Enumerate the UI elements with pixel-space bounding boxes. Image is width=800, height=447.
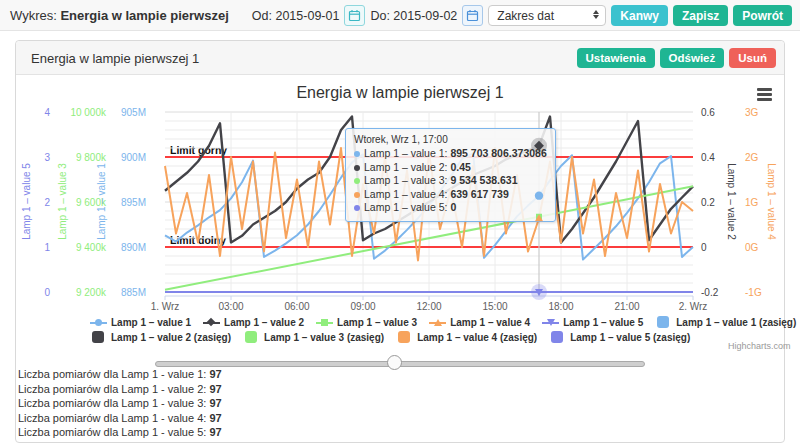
chart-legend-row-2: Lamp 1 – value 2 (zasięg)Lamp 1 – value … [90, 332, 690, 343]
legend-item[interactable]: Lamp 1 – value 2 [203, 317, 304, 328]
series-color-dot [354, 205, 360, 211]
zoom-slider [155, 355, 643, 371]
measurement-count-line: Liczba pomiarów dla Lamp 1 - value 3: 97 [18, 397, 222, 410]
chart-legend-row-1: Lamp 1 – value 1Lamp 1 – value 2Lamp 1 –… [90, 317, 796, 328]
square-legend-marker [549, 332, 566, 343]
series-color-dot [354, 178, 360, 184]
chart-tooltip: Wtorek, Wrz 1, 17:00 Lamp 1 – value 1: 8… [345, 128, 556, 222]
tooltip-row: Lamp 1 – value 5: 0 [354, 201, 547, 215]
axis-v4-tick: 0G [745, 242, 758, 253]
measurement-count-line: Liczba pomiarów dla Lamp 1 - value 1: 97 [18, 368, 222, 381]
axis-v3-title: Lamp 1 – value 3 [57, 147, 68, 257]
axis-v1-tick: 885M [86, 287, 146, 298]
calendar-icon [466, 9, 479, 22]
top-toolbar: Wykres: Energia w lampie pierwszej Od: 2… [0, 0, 800, 31]
plotline-label-upper: Limit górny [170, 144, 227, 156]
legend-item-label: Lamp 1 – value 3 [337, 317, 417, 328]
page-title-prefix: Wykres: [10, 8, 57, 23]
axis-v5-title: Lamp 1 – value 5 [21, 147, 32, 257]
legend-item-label: Lamp 1 – value 5 [563, 317, 643, 328]
page: Wykres: Energia w lampie pierwszej Od: 2… [0, 0, 800, 447]
date-from: Od: 2015-09-01 [252, 9, 340, 23]
ustawienia-button[interactable]: Ustawienia [577, 48, 655, 68]
x-axis-tick-label: 09:00 [350, 301, 375, 312]
legend-item[interactable]: Lamp 1 – value 4 [429, 317, 530, 328]
axis-v5-tick: 0 [0, 287, 50, 298]
legend-item-label: Lamp 1 – value 2 (zasięg) [111, 332, 231, 343]
line-square-legend-marker [316, 317, 333, 328]
date-to-value: 2015-09-02 [393, 9, 457, 23]
legend-item[interactable]: Lamp 1 – value 4 (zasięg) [396, 332, 537, 343]
tooltip-header: Wtorek, Wrz 1, 17:00 [354, 134, 547, 145]
legend-item[interactable]: Lamp 1 – value 5 (zasięg) [549, 332, 690, 343]
measurement-count-line: Liczba pomiarów dla Lamp 1 - value 4: 97 [18, 412, 222, 425]
legend-item[interactable]: Lamp 1 – value 5 [542, 317, 643, 328]
x-axis-tick-label: 03:00 [218, 301, 243, 312]
x-axis-tick-label: 06:00 [284, 301, 309, 312]
axis-v1-title: Lamp 1 – value 1 [96, 147, 107, 257]
legend-item-label: Lamp 1 – value 3 (zasięg) [264, 332, 384, 343]
odswiez-button[interactable]: Odśwież [660, 48, 725, 68]
powrot-button[interactable]: Powrót [733, 5, 792, 26]
date-range-select[interactable]: Zakres dat [488, 5, 606, 26]
chart-panel-title: Energia w lampie pierwszej 1 [31, 51, 199, 66]
measurement-counts: Liczba pomiarów dla Lamp 1 - value 1: 97… [18, 368, 222, 441]
square-legend-marker [396, 332, 413, 343]
chart-title: Energia w lampie pierwszej 1 [100, 84, 700, 102]
square-legend-marker [655, 317, 672, 328]
series-color-dot [354, 151, 360, 157]
page-title: Wykres: Energia w lampie pierwszej [10, 8, 229, 23]
axis-v4-tick: 1G [745, 197, 758, 208]
legend-item-label: Lamp 1 – value 5 (zasięg) [570, 332, 690, 343]
legend-item-label: Lamp 1 – value 4 [450, 317, 530, 328]
legend-item[interactable]: Lamp 1 – value 3 (zasięg) [243, 332, 384, 343]
square-legend-marker [243, 332, 260, 343]
line-triangle-down-legend-marker [542, 317, 559, 328]
plotline-label-lower: Limit dolny [170, 234, 226, 246]
x-axis-tick-label: 21:00 [614, 301, 639, 312]
axis-v4-tick: -1G [745, 287, 762, 298]
line-diamond-legend-marker [203, 317, 220, 328]
usun-button[interactable]: Usuń [729, 48, 776, 68]
legend-item[interactable]: Lamp 1 – value 3 [316, 317, 417, 328]
line-circle-legend-marker [90, 317, 107, 328]
legend-item-label: Lamp 1 – value 4 (zasięg) [417, 332, 537, 343]
x-axis-tick-label: 2. Wrz [679, 301, 708, 312]
chart-menu-hamburger-icon[interactable] [757, 88, 772, 103]
x-axis-tick-label: 18:00 [548, 301, 573, 312]
measurement-count-line: Liczba pomiarów dla Lamp 1 - value 5: 97 [18, 426, 222, 439]
tooltip-row: Lamp 1 – value 1: 895 703 806.373086 [354, 147, 547, 161]
date-to: Do: 2015-09-02 [370, 9, 457, 23]
axis-v2-tick: 0.2 [701, 197, 715, 208]
axis-v1-tick: 905M [86, 107, 146, 118]
axis-v4-title: Lamp 1 – value 4 [766, 147, 777, 257]
legend-item-label: Lamp 1 – value 1 (zasięg) [676, 317, 796, 328]
measurement-count-line: Liczba pomiarów dla Lamp 1 - value 2: 97 [18, 383, 222, 396]
axis-v4-tick: 3G [745, 107, 758, 118]
x-axis-tick-label: 15:00 [482, 301, 507, 312]
axis-v2-tick: 0 [701, 242, 707, 253]
zoom-slider-handle[interactable] [387, 355, 402, 370]
x-axis-tick-label: 1. Wrz [151, 301, 180, 312]
axis-v4-tick: 2G [745, 152, 758, 163]
tooltip-row: Lamp 1 – value 4: 639 617 739 [354, 188, 547, 202]
legend-item-label: Lamp 1 – value 2 [224, 317, 304, 328]
date-range-selected-value: Zakres dat [497, 9, 554, 23]
highcharts-credits-link[interactable]: Highcharts.com [728, 341, 791, 351]
zapisz-button[interactable]: Zapisz [673, 5, 728, 26]
legend-item[interactable]: Lamp 1 – value 2 (zasięg) [90, 332, 231, 343]
kanwy-button[interactable]: Kanwy [611, 5, 668, 26]
page-title-name: Energia w lampie pierwszej [60, 8, 228, 23]
tooltip-row: Lamp 1 – value 3: 9 534 538.631 [354, 174, 547, 188]
series-color-dot [354, 192, 360, 198]
date-to-calendar-button[interactable] [462, 5, 483, 26]
date-from-calendar-button[interactable] [344, 5, 365, 26]
axis-v5-tick: 4 [0, 107, 50, 118]
square-legend-marker [90, 332, 107, 343]
legend-item[interactable]: Lamp 1 – value 1 (zasięg) [655, 317, 796, 328]
axis-v2-tick: 0.6 [701, 107, 715, 118]
axis-v2-title: Lamp 1 – value 2 [726, 147, 737, 257]
tooltip-row: Lamp 1 – value 2: 0.45 [354, 161, 547, 175]
legend-item[interactable]: Lamp 1 – value 1 [90, 317, 191, 328]
chart-panel-buttons: Ustawienia Odśwież Usuń [577, 48, 776, 68]
